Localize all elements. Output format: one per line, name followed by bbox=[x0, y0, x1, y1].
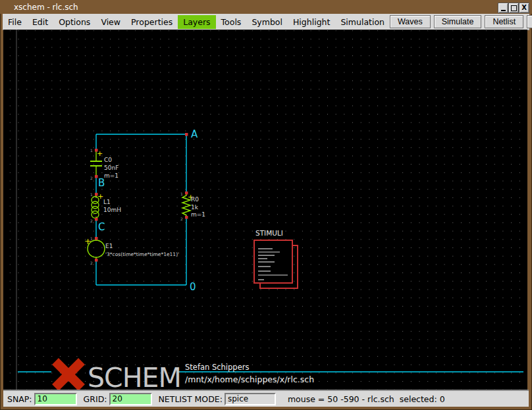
menu-item-highlight[interactable]: Highlight bbox=[288, 15, 335, 29]
resistor-mult: m=1 bbox=[191, 211, 205, 218]
menu-item-properties[interactable]: Properties bbox=[126, 15, 178, 29]
netlist-mode-label: NETLIST MODE: bbox=[159, 394, 223, 404]
node-label-gnd: 0 bbox=[190, 281, 196, 293]
grid-input[interactable] bbox=[109, 393, 152, 405]
capacitor-mult: m=1 bbox=[104, 172, 119, 179]
capacitor-symbol[interactable]: + 1 2 C0 50nF m=1 bbox=[90, 148, 119, 180]
netlist-button[interactable]: Netlist bbox=[485, 15, 523, 28]
author-text: Stefan Schippers bbox=[185, 363, 249, 372]
voltage-source-symbol[interactable]: + 1 2 E1 '3*cos(time*time*time*1e11)' bbox=[84, 236, 179, 265]
capacitor-value: 50nF bbox=[104, 165, 119, 171]
plus-mark: + bbox=[97, 149, 103, 158]
menu-item-file[interactable]: File bbox=[3, 15, 27, 29]
source-ref: E1 bbox=[105, 243, 113, 249]
minimize-icon[interactable] bbox=[498, 3, 508, 13]
pin-number: 1 bbox=[90, 192, 93, 197]
pin-number: 2 bbox=[90, 176, 93, 180]
node-label-a: A bbox=[191, 128, 198, 140]
pin-number: 2 bbox=[90, 218, 93, 223]
xschem-window: xschem - rlc.sch X File Edit Options Vie… bbox=[0, 0, 532, 410]
source-value: '3*cos(time*time*time*1e11)' bbox=[105, 251, 179, 257]
waves-button[interactable]: Waves bbox=[390, 15, 431, 28]
snap-input[interactable] bbox=[34, 393, 77, 405]
pin-square bbox=[95, 259, 98, 262]
menu-item-symbol[interactable]: Symbol bbox=[246, 15, 288, 29]
menu-item-edit[interactable]: Edit bbox=[27, 15, 53, 29]
grid-label: GRID: bbox=[84, 394, 107, 404]
menu-item-view[interactable]: View bbox=[95, 15, 126, 29]
netlist-mode-input[interactable] bbox=[225, 393, 276, 405]
pin-square bbox=[95, 175, 98, 178]
schematic-drawing: + 1 2 C0 50nF m=1 + bbox=[3, 30, 527, 390]
pin-square bbox=[95, 237, 98, 240]
resistor-value: 1k bbox=[191, 204, 199, 211]
pin-number: 2 bbox=[90, 261, 93, 265]
mouse-status-text: mouse = 50 -590 - rlc.sch selected: 0 bbox=[288, 394, 445, 404]
menu-item-layers[interactable]: Layers bbox=[178, 15, 215, 29]
maximize-icon[interactable] bbox=[508, 3, 519, 13]
menu-bar: File Edit Options View Properties Layers… bbox=[3, 14, 529, 30]
simulate-button[interactable]: Simulate bbox=[434, 15, 482, 28]
node-label-c: C bbox=[98, 221, 105, 233]
inductor-ref: L1 bbox=[103, 199, 111, 205]
capacitor-ref: C0 bbox=[104, 157, 112, 163]
pin-number: 1 bbox=[90, 148, 93, 153]
pin-square bbox=[185, 133, 188, 136]
snap-label: SNAP: bbox=[7, 394, 32, 404]
xschem-logo: SCHEM bbox=[55, 361, 181, 390]
stimuli-block[interactable]: STIMULI bbox=[254, 229, 298, 288]
logo-text: SCHEM bbox=[88, 362, 181, 390]
inductor-symbol[interactable]: + 1 2 L1 10mH bbox=[90, 192, 121, 223]
window-title: xschem - rlc.sch bbox=[14, 3, 78, 12]
file-path-text: /mnt/x/home/schippes/x/rlc.sch bbox=[185, 374, 314, 384]
logo-x-icon bbox=[55, 361, 82, 388]
menu-item-simulation[interactable]: Simulation bbox=[335, 15, 390, 29]
menu-item-options[interactable]: Options bbox=[53, 15, 95, 29]
status-bar: SNAP: GRID: NETLIST MODE: mouse = 50 -59… bbox=[3, 390, 529, 407]
pin-number: 1 bbox=[90, 236, 93, 241]
resistor-ref: R0 bbox=[191, 196, 199, 203]
menu-item-tools[interactable]: Tools bbox=[216, 15, 247, 29]
resistor-symbol[interactable]: + 1 2 R0 1k m=1 bbox=[180, 192, 205, 221]
plus-mark: + bbox=[97, 192, 103, 201]
title-bar[interactable]: xschem - rlc.sch X bbox=[0, 0, 532, 14]
pin-square bbox=[95, 218, 98, 221]
pin-number: 1 bbox=[180, 192, 183, 196]
close-icon[interactable]: X bbox=[519, 3, 529, 13]
schematic-canvas[interactable]: + 1 2 C0 50nF m=1 + bbox=[3, 30, 527, 390]
node-label-b: B bbox=[98, 177, 105, 189]
stimuli-label: STIMULI bbox=[255, 229, 283, 237]
help-button[interactable]: Help bbox=[527, 15, 532, 28]
pin-number: 2 bbox=[180, 217, 183, 221]
inductor-value: 10mH bbox=[103, 207, 121, 213]
pin-square bbox=[185, 216, 188, 219]
